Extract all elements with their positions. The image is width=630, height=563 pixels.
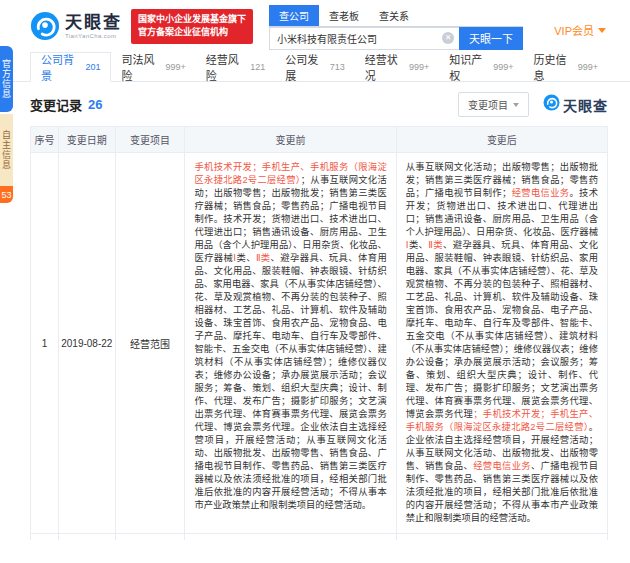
column-header-no: 序号	[31, 127, 58, 152]
tianyancha-logo-icon	[543, 94, 560, 115]
tab-history-info[interactable]: 历史信息999+	[524, 52, 608, 81]
site-logo-subtitle: TianYanCha.com	[65, 33, 122, 39]
before-change-text: 手机技术开发；手机生产、手机服务（限海淀区永捷北路2号二层经营）；从事互联网文化…	[184, 153, 395, 533]
change-date: 2019-08-22	[58, 153, 115, 533]
search-tabs: 查公司 查老板 查关系	[269, 5, 523, 27]
section-count: 26	[88, 97, 102, 112]
search-tab-company[interactable]: 查公司	[269, 5, 319, 26]
tab-company-background[interactable]: 公司背景201	[30, 52, 111, 82]
tab-judicial-risk[interactable]: 司法风险999+	[111, 52, 195, 81]
search-tab-boss[interactable]: 查老板	[319, 5, 369, 26]
column-header-date: 变更日期	[58, 127, 115, 152]
column-header-item: 变更项目	[115, 127, 185, 152]
table-row: 1 2019-08-22 经营范围 手机技术开发；手机生产、手机服务（限海淀区永…	[31, 153, 607, 534]
top-header: 天眼查 TianYanCha.com 国家中小企业发展基金旗下 官方备案企业征信…	[0, 0, 630, 52]
column-header-after: 变更后	[396, 127, 607, 152]
after-change-text: 从事互联网文化活动；出版物零售；出版物批发；销售第三类医疗器械；销售食品；零售药…	[396, 153, 607, 533]
vip-label: VIP会员	[554, 22, 594, 38]
side-info-switcher: 官方信息 自主信息 53	[0, 46, 13, 203]
change-record-table: 序号 变更日期 变更项目 变更前 变更后 1 2019-08-22 经营范围 手…	[30, 126, 608, 540]
side-tab-official-info[interactable]: 官方信息	[0, 46, 13, 112]
column-header-before: 变更前	[184, 127, 395, 152]
side-tab-self-info[interactable]: 自主信息	[0, 114, 13, 186]
change-item-filter-button[interactable]: 变更项目	[458, 92, 529, 117]
chevron-down-icon	[598, 28, 606, 33]
search-button[interactable]: 天眼一下	[459, 27, 523, 50]
site-logo[interactable]: 天眼查 TianYanCha.com	[30, 11, 122, 41]
side-count-badge[interactable]: 53	[0, 186, 13, 203]
section-title: 变更记录	[30, 95, 82, 114]
vip-member-menu[interactable]: VIP会员	[554, 22, 606, 38]
clear-search-icon[interactable]: ✕	[442, 32, 454, 44]
search-input[interactable]	[269, 27, 459, 50]
row-number: 1	[31, 153, 58, 533]
tianyancha-logo-icon	[30, 11, 60, 41]
tab-company-development[interactable]: 公司发展713	[275, 52, 354, 81]
official-certification-badge: 国家中小企业发展基金旗下 官方备案企业征信机构	[131, 9, 253, 44]
tab-operation-status[interactable]: 经营状况999+	[355, 52, 439, 81]
chevron-down-icon	[513, 103, 519, 107]
next-row-partial	[31, 534, 607, 540]
search-area: 查公司 查老板 查关系 ✕ 天眼一下	[269, 5, 523, 50]
watermark-logo: 天眼查	[543, 94, 608, 115]
company-section-tabs: 公司背景201 司法风险999+ 经营风险121 公司发展713 经营状况999…	[0, 52, 630, 82]
change-record-section-header: 变更记录 26 变更项目 天眼查	[30, 92, 608, 117]
change-item: 经营范围	[115, 153, 185, 533]
tab-intellectual-property[interactable]: 知识产权999+	[439, 52, 523, 81]
tab-operation-risk[interactable]: 经营风险121	[196, 52, 275, 81]
site-logo-title: 天眼查	[65, 14, 122, 31]
table-header-row: 序号 变更日期 变更项目 变更前 变更后	[31, 127, 607, 153]
search-tab-relation[interactable]: 查关系	[369, 5, 419, 26]
